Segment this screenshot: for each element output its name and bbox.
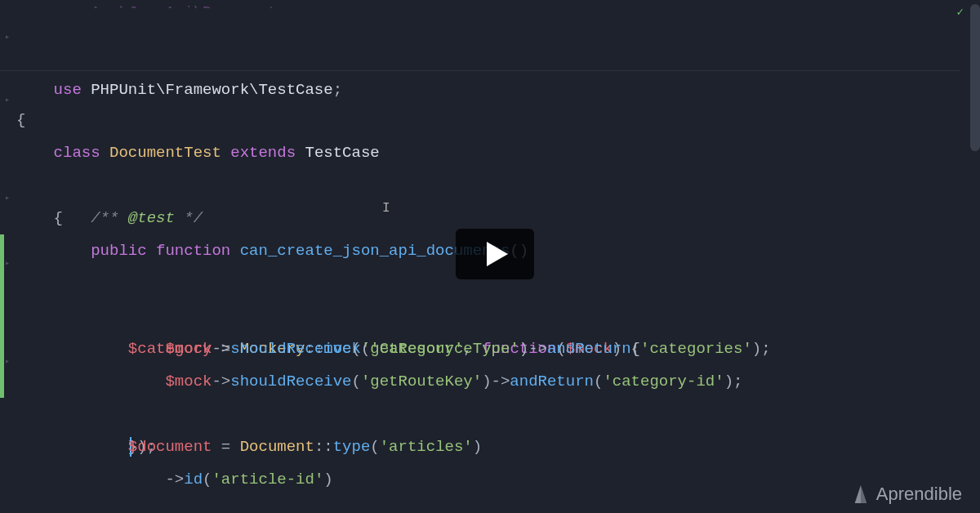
code-line: ▸ use PHPUnit\Framework\TestCase; — [16, 8, 960, 41]
code-line: ▸ public function can_create_json_api_do… — [16, 169, 960, 202]
check-icon: ✓ — [957, 5, 964, 19]
fold-marker-icon: ▸ — [5, 248, 11, 254]
code-line: ->id('article-id') — [16, 430, 960, 463]
fold-marker-icon: ▸ — [5, 182, 11, 189]
code-line: $document = Document::type('articles') — [16, 398, 960, 430]
blank-line — [16, 41, 960, 70]
change-marker — [0, 267, 4, 300]
play-icon — [487, 242, 508, 266]
watermark-text: Aprendible — [876, 484, 962, 505]
code-line: { — [16, 104, 960, 136]
code-line: $mock->shouldReceive('getRouteKey')->and… — [16, 300, 960, 332]
fold-marker-icon: ▸ — [5, 21, 11, 28]
code-line: /** @test */ — [16, 136, 960, 169]
play-button[interactable] — [456, 229, 534, 279]
code-line: use App\JsonApi\Document; — [16, 0, 960, 8]
change-marker — [0, 365, 4, 398]
scrollbar[interactable] — [968, 0, 980, 513]
change-marker — [0, 234, 4, 267]
code-line: ▸ }); — [16, 332, 960, 365]
watermark: Aprendible — [852, 484, 962, 505]
aprendible-logo-icon — [852, 484, 870, 505]
fold-marker-icon: ▸ — [5, 346, 11, 352]
scroll-thumb[interactable] — [970, 4, 980, 151]
fold-marker-icon: ▸ — [5, 84, 11, 91]
change-marker — [0, 332, 4, 365]
code-line: ▸ class DocumentTest extends TestCase — [16, 71, 960, 104]
change-marker — [0, 300, 4, 332]
code-line — [16, 365, 960, 398]
